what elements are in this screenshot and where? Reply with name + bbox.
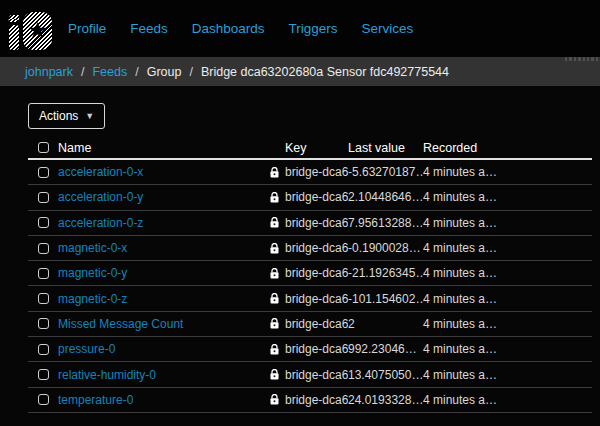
nav-links: Profile Feeds Dashboards Triggers Servic… <box>68 21 437 36</box>
last-value: -101.154602… <box>348 292 423 306</box>
row-checkbox[interactable] <box>38 268 49 279</box>
breadcrumb-separator: / <box>81 65 84 79</box>
last-value: -21.1926345… <box>348 266 423 280</box>
page-title: Bridge dca63202680a Sensor fdc492775544 <box>201 65 449 79</box>
nav-item-triggers[interactable]: Triggers <box>289 21 338 36</box>
table-row: acceleration-0-y bridge-dca6… 2.10448646… <box>28 185 592 210</box>
feed-link[interactable]: magnetic-0-y <box>58 266 127 280</box>
header-key: Key <box>270 141 348 155</box>
logo-letter-o: ★ <box>23 12 52 50</box>
recorded: 4 minutes a… <box>423 393 592 407</box>
adafruit-io-logo[interactable]: ★ <box>9 7 52 50</box>
nav-item-dashboards[interactable]: Dashboards <box>192 21 265 36</box>
row-checkbox[interactable] <box>38 192 49 203</box>
table-header-row: Name Key Last value Recorded <box>28 137 592 160</box>
nav-item-feeds[interactable]: Feeds <box>130 21 168 36</box>
recorded: 4 minutes a… <box>423 216 592 230</box>
feeds-table: Name Key Last value Recorded acceleratio… <box>28 137 592 413</box>
lock-icon <box>270 293 279 304</box>
recorded: 4 minutes a… <box>423 165 592 179</box>
breadcrumb-separator: / <box>135 65 138 79</box>
nav-item-profile[interactable]: Profile <box>68 21 106 36</box>
feed-link[interactable]: acceleration-0-y <box>58 190 143 204</box>
lock-icon <box>270 318 279 329</box>
row-checkbox[interactable] <box>38 293 49 304</box>
actions-label: Actions <box>39 109 78 123</box>
breadcrumb-separator: / <box>189 65 192 79</box>
recorded: 4 minutes a… <box>423 317 592 331</box>
feed-key: bridge-dca6… <box>285 190 348 204</box>
row-checkbox[interactable] <box>38 217 49 228</box>
last-value: -0.1900028… <box>348 241 423 255</box>
table-row: magnetic-0-z bridge-dca6… -101.154602… 4… <box>28 286 592 311</box>
row-checkbox[interactable] <box>38 167 49 178</box>
actions-dropdown-button[interactable]: Actions ▼ <box>28 103 105 129</box>
main-content: Actions ▼ Name Key Last value Recorded a… <box>0 86 600 413</box>
lock-icon <box>270 394 279 405</box>
row-checkbox[interactable] <box>38 243 49 254</box>
table-row: Missed Message Count bridge-dca6… 2 4 mi… <box>28 312 592 337</box>
logo-letter-i <box>9 15 19 50</box>
feed-key: bridge-dca6… <box>285 266 348 280</box>
feed-key: bridge-dca6… <box>285 393 348 407</box>
feed-link[interactable]: magnetic-0-z <box>58 292 127 306</box>
feed-link[interactable]: relative-humidity-0 <box>58 368 156 382</box>
lock-icon <box>270 243 279 254</box>
select-all-checkbox[interactable] <box>38 142 49 153</box>
nav-item-services[interactable]: Services <box>362 21 414 36</box>
feed-link[interactable]: magnetic-0-x <box>58 241 127 255</box>
header-name: Name <box>58 141 270 155</box>
last-value: 7.95613288… <box>348 216 423 230</box>
table-row: acceleration-0-z bridge-dca6… 7.95613288… <box>28 211 592 236</box>
feed-key: bridge-dca6… <box>285 165 348 179</box>
breadcrumb-group: Group <box>147 65 182 79</box>
recorded: 4 minutes a… <box>423 266 592 280</box>
breadcrumb: johnpark / Feeds / Group / Bridge dca632… <box>0 57 600 86</box>
last-value: 992.23046… <box>348 342 423 356</box>
feed-link[interactable]: acceleration-0-z <box>58 216 143 230</box>
recorded: 4 minutes a… <box>423 190 592 204</box>
lock-icon <box>270 192 279 203</box>
feed-key: bridge-dca6… <box>285 216 348 230</box>
star-icon: ★ <box>27 19 48 42</box>
last-value: -5.63270187… <box>348 165 423 179</box>
table-row: acceleration-0-x bridge-dca6… -5.6327018… <box>28 160 592 185</box>
header-last-value: Last value <box>348 141 423 155</box>
feed-key: bridge-dca6… <box>285 292 348 306</box>
lock-icon <box>270 268 279 279</box>
header-recorded: Recorded <box>423 141 592 155</box>
table-row: pressure-0 bridge-dca6… 992.23046… 4 min… <box>28 337 592 362</box>
row-checkbox[interactable] <box>38 344 49 355</box>
last-value: 24.0193328… <box>348 393 423 407</box>
feed-key: bridge-dca6… <box>285 342 348 356</box>
recorded: 4 minutes a… <box>423 292 592 306</box>
recorded: 4 minutes a… <box>423 368 592 382</box>
breadcrumb-user[interactable]: johnpark <box>25 65 73 79</box>
chevron-down-icon: ▼ <box>85 111 94 121</box>
feed-key: bridge-dca6… <box>285 368 348 382</box>
last-value: 2.10448646… <box>348 190 423 204</box>
feed-key: bridge-dca6… <box>285 317 348 331</box>
last-value: 2 <box>348 317 423 331</box>
lock-icon <box>270 167 279 178</box>
lock-icon <box>270 369 279 380</box>
feed-link[interactable]: pressure-0 <box>58 342 115 356</box>
row-checkbox[interactable] <box>38 369 49 380</box>
dotted-decoration <box>565 57 600 61</box>
last-value: 13.4075050… <box>348 368 423 382</box>
table-row: magnetic-0-x bridge-dca6… -0.1900028… 4 … <box>28 236 592 261</box>
feed-link[interactable]: temperature-0 <box>58 393 133 407</box>
feed-key: bridge-dca6… <box>285 241 348 255</box>
top-nav: ★ Profile Feeds Dashboards Triggers Serv… <box>0 0 600 57</box>
row-checkbox[interactable] <box>38 394 49 405</box>
feed-link[interactable]: acceleration-0-x <box>58 165 143 179</box>
table-row: magnetic-0-y bridge-dca6… -21.1926345… 4… <box>28 261 592 286</box>
breadcrumb-feeds[interactable]: Feeds <box>92 65 127 79</box>
recorded: 4 minutes a… <box>423 342 592 356</box>
lock-icon <box>270 217 279 228</box>
feed-link[interactable]: Missed Message Count <box>58 317 183 331</box>
row-checkbox[interactable] <box>38 318 49 329</box>
recorded: 4 minutes a… <box>423 241 592 255</box>
table-row: relative-humidity-0 bridge-dca6… 13.4075… <box>28 362 592 387</box>
table-row: temperature-0 bridge-dca6… 24.0193328… 4… <box>28 388 592 413</box>
